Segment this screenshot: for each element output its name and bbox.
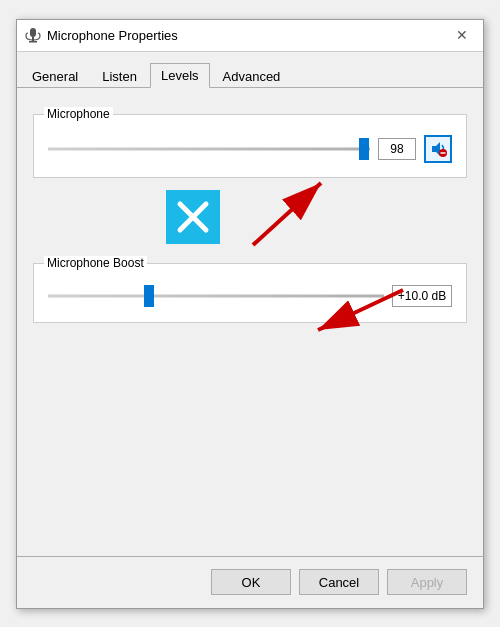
svg-line-9 [253,183,321,245]
tab-advanced[interactable]: Advanced [212,64,292,88]
microphone-value-box: 98 [378,138,416,160]
window-icon [25,27,41,43]
microphone-track-line [48,147,370,150]
microphone-section: Microphone 98 [33,114,467,178]
microphone-thumb[interactable] [359,138,369,160]
tab-levels[interactable]: Levels [150,63,210,88]
tab-bar: General Listen Levels Advanced [17,52,483,88]
svg-marker-3 [432,142,440,156]
boost-arrow-area [33,325,467,355]
svg-rect-2 [29,41,37,43]
apply-button[interactable]: Apply [387,569,467,595]
tab-listen[interactable]: Listen [91,64,148,88]
cancel-button[interactable]: Cancel [299,569,379,595]
x-mark-icon [176,200,210,234]
microphone-properties-window: Microphone Properties ✕ General Listen L… [16,19,484,609]
window-title: Microphone Properties [47,28,449,43]
tab-content: Microphone 98 [17,88,483,556]
tab-general[interactable]: General [21,64,89,88]
close-button[interactable]: ✕ [449,22,475,48]
boost-thumb[interactable] [144,285,154,307]
svg-line-11 [318,290,403,330]
boost-red-arrow [293,285,413,340]
svg-rect-0 [30,28,36,37]
ok-button[interactable]: OK [211,569,291,595]
title-bar: Microphone Properties ✕ [17,20,483,52]
microphone-track-wrapper [48,137,370,161]
microphone-section-label: Microphone [44,107,113,121]
footer: OK Cancel Apply [17,556,483,608]
annotation-area [33,190,467,255]
mute-button[interactable] [424,135,452,163]
annotation-box [166,190,220,244]
microphone-slider-row: 98 [48,135,452,163]
boost-section-label: Microphone Boost [44,256,147,270]
